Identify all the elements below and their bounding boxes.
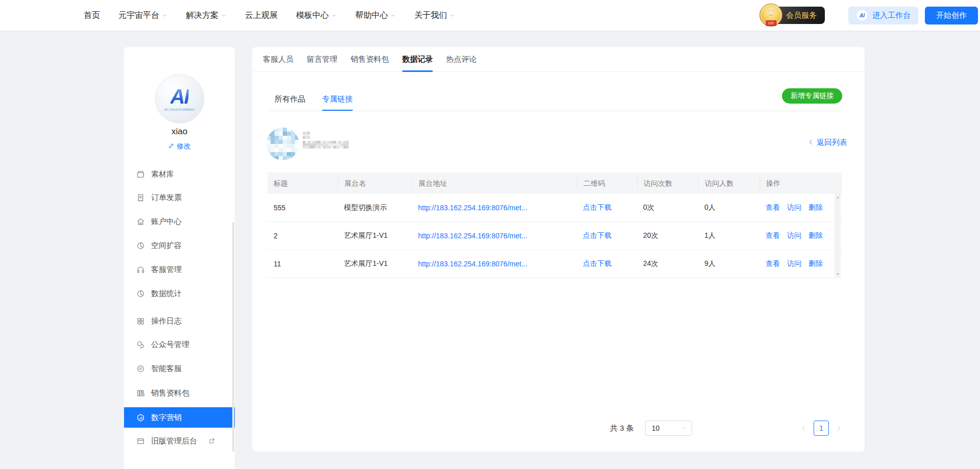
- topnav: 首页元宇宙平台解决方案云上观展模板中心帮助中心关于我们: [84, 10, 455, 21]
- view-action-link[interactable]: 查看: [766, 259, 780, 268]
- subtabs: 所有作品专属链接: [275, 88, 353, 111]
- sidebar-item[interactable]: 订单发票: [124, 187, 235, 208]
- add-exclusive-link-button[interactable]: 新增专属链接: [782, 88, 842, 104]
- invoice-icon: [136, 193, 145, 202]
- nav-item-label: 关于我们: [414, 10, 447, 21]
- sidebar-item[interactable]: 客服管理: [124, 259, 235, 280]
- back-to-list-label: 返回列表: [817, 138, 847, 147]
- scroll-up-icon[interactable]: [835, 194, 841, 200]
- enter-workspace-button[interactable]: AI 进入工作台: [848, 7, 918, 24]
- subtab[interactable]: 所有作品: [275, 88, 305, 111]
- sidebar-item[interactable]: 空间扩容: [124, 235, 235, 256]
- books-icon: [136, 389, 145, 398]
- main-panel: 客服人员留言管理销售资料包数据记录热点评论 所有作品专属链接 新增专属链接 返回…: [252, 47, 865, 452]
- sidebar-item[interactable]: 账户中心: [124, 211, 235, 232]
- pie-chart-icon: [136, 289, 145, 298]
- headset-icon: [136, 265, 145, 274]
- sidebar-item[interactable]: 智能客服: [124, 358, 235, 379]
- view-action-link[interactable]: 查看: [766, 231, 780, 240]
- page-size-value: 10: [652, 424, 660, 432]
- table-row: 2艺术展厅1-V1http://183.162.254.169:8076/met…: [267, 222, 842, 250]
- table-body: 555模型切换演示http://183.162.254.169:8076/met…: [267, 194, 842, 278]
- pagination: 共 3 条 10 1: [610, 420, 842, 436]
- delete-action-link[interactable]: 删除: [808, 203, 823, 212]
- cell-visitor-count: 9人: [698, 259, 760, 268]
- tab[interactable]: 热点评论: [446, 47, 477, 71]
- cell-visitor-count: 1人: [698, 231, 760, 240]
- chat-icon: [136, 340, 145, 349]
- nav-item[interactable]: 元宇宙平台: [118, 10, 167, 21]
- message-icon: [136, 364, 145, 373]
- tab[interactable]: 数据记录: [402, 47, 433, 71]
- booth-url-link[interactable]: http://183.162.254.169:8076/met...: [418, 260, 527, 268]
- delete-action-link[interactable]: 删除: [808, 231, 823, 240]
- table-scrollbar[interactable]: [835, 193, 841, 279]
- cell-booth-url: http://183.162.254.169:8076/met...: [412, 260, 577, 268]
- sidebar-item-label: 空间扩容: [151, 241, 182, 251]
- sidebar-item[interactable]: 素材库: [124, 168, 235, 184]
- sidebar-item-label: 账户中心: [151, 217, 182, 227]
- nav-item[interactable]: 帮助中心: [355, 10, 396, 21]
- member-service-badge[interactable]: ♛ VIP 会员服务: [770, 7, 825, 24]
- qr-download-link[interactable]: 点击下载: [583, 231, 611, 239]
- sidebar-item[interactable]: 旧版管理后台: [124, 431, 235, 451]
- sidebar-item-label: 智能客服: [151, 364, 182, 374]
- sidebar: AI AI Cloud Exhibition xiao 修改 素材库订单发票账户…: [124, 47, 235, 469]
- sidebar-item[interactable]: 数据统计: [124, 283, 235, 304]
- sidebar-item-label: 公众号管理: [151, 340, 189, 350]
- qr-download-link[interactable]: 点击下载: [583, 259, 611, 267]
- nav-item[interactable]: 云上观展: [245, 10, 278, 21]
- visit-action-link[interactable]: 访问: [787, 259, 801, 268]
- sidebar-item[interactable]: 销售资料包: [124, 383, 235, 403]
- current-page-button[interactable]: 1: [814, 421, 829, 436]
- data-table: 标题展台名展台地址二维码访问次数访问人数操作 555模型切换演示http://1…: [267, 172, 842, 278]
- sidebar-item[interactable]: 操作日志: [124, 311, 235, 331]
- back-to-list-link[interactable]: 返回列表: [807, 138, 847, 147]
- tab[interactable]: 客服人员: [263, 47, 293, 71]
- cell-visitor-count: 0人: [698, 203, 760, 212]
- next-page-icon[interactable]: [836, 425, 842, 432]
- nav-item[interactable]: 首页: [84, 10, 100, 21]
- scroll-down-icon[interactable]: [835, 271, 841, 277]
- cell-qr-code: 点击下载: [577, 231, 637, 240]
- visit-action-link[interactable]: 访问: [787, 231, 801, 240]
- nav-item[interactable]: 解决方案: [186, 10, 227, 21]
- table-header: 标题展台名展台地址二维码访问次数访问人数操作: [267, 172, 842, 194]
- nav-item-label: 元宇宙平台: [118, 10, 159, 21]
- booth-url-link[interactable]: http://183.162.254.169:8076/met...: [418, 232, 527, 240]
- visit-action-link[interactable]: 访问: [787, 203, 801, 212]
- tab[interactable]: 销售资料包: [351, 47, 389, 71]
- prev-page-icon[interactable]: [800, 425, 807, 432]
- edit-profile-label: 修改: [177, 142, 191, 151]
- nav-item[interactable]: 模板中心: [296, 10, 337, 21]
- subtab[interactable]: 专属链接: [322, 88, 353, 111]
- chevron-down-icon: [331, 13, 337, 18]
- nav-item-label: 帮助中心: [355, 10, 388, 21]
- edit-profile-link[interactable]: 修改: [124, 142, 235, 151]
- nav-item[interactable]: 关于我们: [414, 10, 455, 21]
- booth-url-link[interactable]: http://183.162.254.169:8076/met...: [418, 204, 527, 212]
- sidebar-item[interactable]: 公众号管理: [124, 334, 235, 355]
- tab[interactable]: 留言管理: [307, 47, 337, 71]
- start-creating-button[interactable]: 开始创作: [925, 7, 978, 24]
- cell-actions: 查看访问删除: [760, 203, 842, 212]
- delete-action-link[interactable]: 删除: [808, 259, 823, 268]
- cell-actions: 查看访问删除: [760, 259, 842, 268]
- sidebar-scrollbar[interactable]: [232, 222, 234, 452]
- subtab-divider: [268, 111, 842, 111]
- view-action-link[interactable]: 查看: [766, 203, 780, 212]
- cell-booth-name: 艺术展厅1-V1: [338, 231, 412, 240]
- nav-item-label: 首页: [84, 10, 100, 21]
- sidebar-item[interactable]: 数字营销: [124, 407, 235, 428]
- column-header: 展台地址: [412, 178, 577, 189]
- cell-visit-count: 24次: [637, 259, 698, 268]
- sidebar-item-label: 客服管理: [151, 265, 182, 275]
- column-header: 展台名: [338, 178, 412, 189]
- page-size-select[interactable]: 10: [645, 421, 692, 436]
- window-icon: [136, 437, 145, 446]
- qr-download-link[interactable]: 点击下载: [583, 203, 611, 211]
- avatar-ai-text: AI: [170, 86, 189, 107]
- ai-logo-icon: AI: [856, 9, 868, 21]
- topbar: 首页元宇宙平台解决方案云上观展模板中心帮助中心关于我们 ♛ VIP 会员服务 A…: [0, 0, 980, 31]
- chevron-down-icon: [390, 13, 396, 18]
